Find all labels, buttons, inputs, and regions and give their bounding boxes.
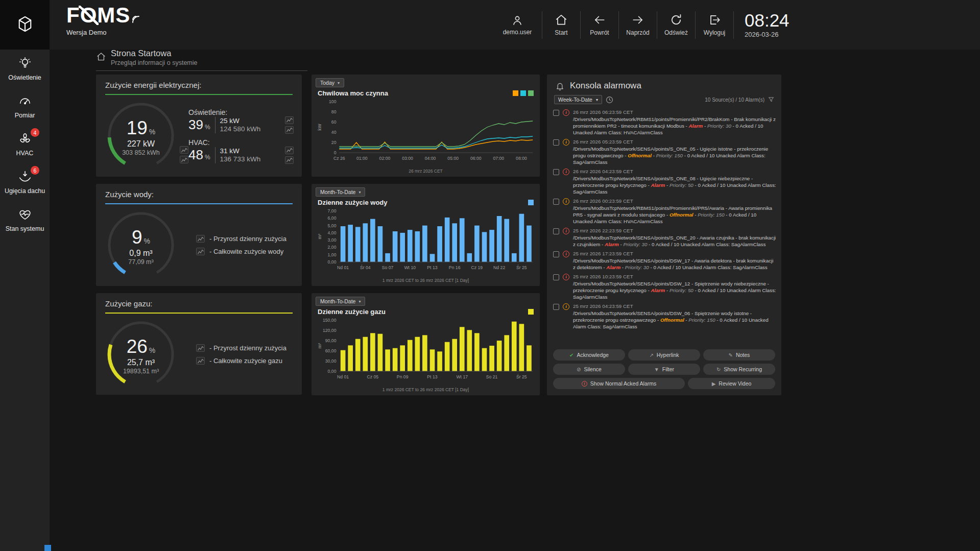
alarm-checkbox[interactable]: [553, 139, 559, 146]
svg-text:So 21: So 21: [486, 374, 498, 379]
svg-text:Śr 25: Śr 25: [516, 265, 527, 270]
svg-text:80: 80: [331, 109, 337, 114]
alarm-btn-show-normal-acked-alarms[interactable]: !Show Normal Acked Alarms: [553, 378, 685, 389]
hvac-energy: 136 733 kWh: [220, 155, 261, 163]
legend-swatch: [520, 90, 526, 96]
clock-icon[interactable]: [606, 96, 613, 104]
logout-icon: [708, 13, 721, 27]
range-selector-water[interactable]: Month-To-Date ▾: [316, 187, 365, 197]
sidebar-item-stan-systemu[interactable]: Stan systemu: [0, 201, 50, 238]
svg-text:Cz 05: Cz 05: [367, 374, 379, 379]
alarm-checkbox[interactable]: [553, 228, 559, 234]
app-logo-button[interactable]: [0, 0, 50, 50]
hvac-badge: 4: [31, 128, 39, 137]
alarm-row[interactable]: i25 mrz 2026 22:23:59 CET/Drivers/Modbus…: [553, 227, 776, 248]
svg-text:06:00: 06:00: [470, 156, 482, 161]
notes-icon: ✎: [729, 352, 733, 358]
svg-text:Wt 10: Wt 10: [404, 265, 416, 270]
range-selector-today[interactable]: Today ▾: [316, 78, 344, 87]
alarm-checkbox[interactable]: [553, 169, 559, 175]
water-percent: 9: [132, 227, 142, 248]
nav-forward[interactable]: Naprzód: [622, 13, 654, 36]
brand-subtitle: Wersja Demo: [66, 29, 140, 36]
range-selector-gas[interactable]: Month-To-Date ▾: [316, 297, 365, 306]
sidebar-item-ugiecia-dachu[interactable]: 6 Ugięcia dachu: [0, 163, 50, 201]
brand-title: FOMS: [66, 4, 140, 28]
svg-text:150,00: 150,00: [323, 318, 337, 323]
roof-sag-badge: 6: [31, 166, 39, 175]
nav-refresh[interactable]: Odśwież: [660, 13, 692, 36]
energy-panel: Zużycie energii elektrycznej: 19% 227 kW…: [96, 75, 302, 177]
trend-icon[interactable]: [180, 156, 188, 163]
gas-total: 19893,51 m³: [123, 368, 159, 375]
trend-icon[interactable]: [196, 344, 205, 352]
sidebar-item-oswietlenie[interactable]: Oświetlenie: [0, 50, 50, 87]
alarm-checkbox[interactable]: [553, 251, 559, 257]
alarm-message: /Drivers/ModbusTcpNetwork/SENSA/points/D…: [573, 310, 776, 330]
svg-text:Śr 25: Śr 25: [516, 374, 527, 379]
video-icon: ▶: [712, 381, 716, 387]
trend-icon[interactable]: [285, 147, 294, 154]
alarm-severity-icon: i: [563, 198, 569, 205]
alarm-btn-filter[interactable]: ▼Filter: [628, 364, 700, 375]
alarm-btn-notes[interactable]: ✎Notes: [703, 349, 775, 361]
alarm-console-title: Konsola alarmowa: [570, 81, 641, 91]
sidebar-item-pomiar[interactable]: Pomiar: [0, 87, 50, 125]
trend-icon[interactable]: [285, 116, 294, 124]
alarm-row[interactable]: i26 mrz 2026 00:23:59 CET/Drivers/Modbus…: [553, 198, 776, 225]
trend-icon[interactable]: [196, 235, 205, 243]
alarm-btn-show-recurring[interactable]: ↻Show Recurring: [703, 364, 775, 375]
gas-chart-legend: [528, 309, 534, 315]
alarm-message: /Drivers/ModbusTcpNetwork/SENSA/points/D…: [573, 257, 776, 271]
trend-icon[interactable]: [285, 126, 294, 134]
svg-text:90,00: 90,00: [325, 338, 337, 343]
energy-percent: 19: [127, 117, 148, 138]
power-chart-legend: [513, 90, 534, 96]
alarm-row[interactable]: i25 mrz 2026 17:23:59 CET/Drivers/Modbus…: [553, 250, 776, 271]
alarm-btn-review-video[interactable]: ▶Review Video: [688, 378, 775, 389]
alarm-checkbox[interactable]: [553, 274, 559, 280]
alarm-checkbox[interactable]: [553, 199, 559, 205]
gas-legend-2: - Całkowite zużycie gazu: [209, 357, 282, 365]
alarm-severity-icon: i: [563, 303, 569, 310]
water-chart-legend: [528, 200, 534, 205]
alarm-btn-hyperlink[interactable]: ↗Hyperlink: [628, 349, 700, 361]
water-legend-2: - Całkowite zużycie wody: [209, 248, 283, 255]
trend-icon[interactable]: [196, 357, 205, 365]
scroll-indicator[interactable]: [44, 545, 51, 551]
hvac-percent: 48%: [188, 147, 210, 163]
svg-text:100: 100: [329, 99, 337, 104]
sidebar-item-hvac[interactable]: 4 HVAC: [0, 125, 50, 163]
alarm-btn-acknowledge[interactable]: ✔Acknowledge: [553, 349, 625, 361]
alarm-row[interactable]: i26 mrz 2026 05:23:59 CET/Drivers/Modbus…: [553, 138, 776, 165]
user-menu[interactable]: demo.user: [495, 14, 539, 36]
divider: [618, 11, 619, 39]
hvac-label: HVAC:: [188, 138, 294, 147]
alarm-row[interactable]: i25 mrz 2026 10:23:59 CET/Drivers/Modbus…: [553, 273, 776, 300]
user-label: demo.user: [503, 29, 532, 36]
trend-icon[interactable]: [285, 156, 294, 164]
svg-text:1,00: 1,00: [328, 252, 337, 257]
filter-icon[interactable]: [768, 97, 774, 103]
power-chart-title: Chwilowa moc czynna: [318, 89, 388, 97]
svg-text:Pn 09: Pn 09: [397, 374, 409, 379]
svg-text:0,00: 0,00: [328, 369, 337, 374]
alarm-row[interactable]: i25 mrz 2026 04:23:59 CET/Drivers/Modbus…: [553, 303, 776, 330]
trend-icon[interactable]: [196, 248, 205, 255]
legend-swatch: [528, 90, 534, 96]
alarm-row[interactable]: i26 mrz 2026 06:23:59 CET/Drivers/Modbus…: [553, 109, 776, 136]
alarm-row[interactable]: i26 mrz 2026 04:23:59 CET/Drivers/Modbus…: [553, 168, 776, 195]
alarm-checkbox[interactable]: [553, 110, 559, 116]
alarm-checkbox[interactable]: [553, 304, 559, 310]
alarm-time: 26 mrz 2026 06:23:59 CET: [573, 109, 776, 115]
alarm-range-select[interactable]: Week-To-Date ▾: [554, 95, 602, 104]
lighting-energy: 124 580 kWh: [220, 125, 261, 133]
nav-back[interactable]: Powrót: [583, 13, 616, 36]
water-gauge: 9% 0,9 m³ 77,09 m³: [103, 207, 179, 283]
trend-icon[interactable]: [180, 146, 188, 154]
nav-logout[interactable]: Wyloguj: [698, 13, 731, 36]
water-total: 77,09 m³: [128, 258, 153, 266]
nav-start[interactable]: Start: [545, 13, 578, 36]
alarm-btn-silence[interactable]: ⊘Silence: [553, 364, 625, 375]
topbar: FOMS Wersja Demo demo.user Start: [0, 0, 980, 50]
